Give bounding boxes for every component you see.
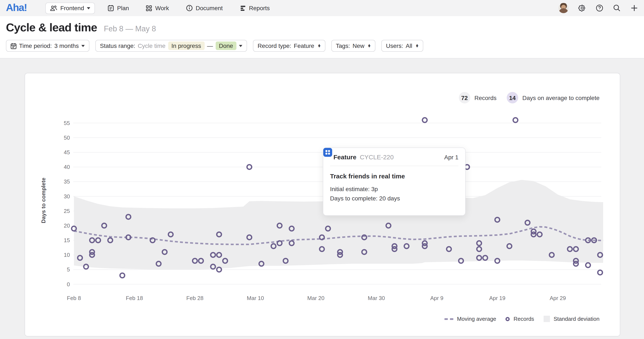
aha-logo[interactable]: Aha! [6,2,27,14]
average-count-label: Days on average to complete [522,94,600,101]
filter-sublabel: Cycle time [138,42,166,49]
y-tick-label: 20 [64,222,70,229]
record-circle-icon [506,317,510,321]
filter-bar: Time period: 3 months Status range: Cycl… [0,34,644,58]
filter-value: Feature [294,42,314,49]
nav-item-reports[interactable]: Reports [240,5,270,12]
record-point[interactable] [120,273,124,278]
y-tick-label: 40 [64,164,70,170]
x-tick-label: Feb 18 [126,295,143,301]
workspace-selector[interactable]: Frontend [46,2,95,14]
chart-legend: Moving average Records Standard deviatio… [444,316,600,322]
record-point[interactable] [422,118,427,122]
y-tick-label: 15 [64,237,70,244]
nav-item-label: Plan [117,5,129,12]
dashed-line-icon [444,318,453,320]
aha-app-window: Aha! Frontend Plan [0,0,644,339]
y-tick-label: 5 [67,266,70,273]
report-content-area: 0510152025303540455055Feb 8Feb 18Feb 28M… [0,58,644,339]
filter-value: All [406,42,412,49]
x-tick-label: Feb 8 [67,295,81,301]
records-summary: 72 Records [459,92,496,104]
gear-icon[interactable] [578,4,586,12]
filter-label: Time period: [19,42,52,49]
y-tick-label: 35 [64,178,70,185]
calendar-icon [108,5,114,12]
page-header: Cycle & lead time Feb 8 — May 8 [0,16,644,34]
x-tick-label: Feb 28 [186,295,204,301]
y-tick-label: 45 [64,149,70,156]
x-tick-label: Mar 20 [308,295,324,301]
people-icon [50,5,58,11]
record-point[interactable] [598,270,602,275]
legend-records: Records [506,316,534,322]
filter-label: Record type: [258,42,291,49]
page-title: Cycle & lead time [6,21,97,34]
users-filter[interactable]: Users: All ▲▼ [381,40,423,52]
tags-filter[interactable]: Tags: New ▲▼ [331,40,376,52]
top-nav: Aha! Frontend Plan [0,0,644,16]
report-bars-icon [240,5,246,11]
chart-card: 0510152025303540455055Feb 8Feb 18Feb 28M… [24,73,620,336]
filter-label: Users: [386,42,403,49]
tooltip-record-type: Feature [334,154,356,160]
status-badge-done: Done [216,42,236,50]
status-badge-in-progress: In progress [168,42,204,50]
y-tick-label: 0 [67,281,70,288]
search-icon[interactable] [613,4,621,12]
chevron-down-icon [239,45,242,47]
legend-moving-average: Moving average [444,316,496,322]
x-tick-label: Apr 9 [430,295,444,301]
filter-label: Tags: [336,42,350,49]
tooltip-date: Apr 1 [444,154,458,160]
x-tick-label: Mar 30 [368,295,385,301]
workspace-label: Frontend [60,5,84,12]
records-count-label: Records [474,94,496,101]
average-count-badge: 14 [507,92,518,104]
summary-badges: 72 Records 14 Days on average to complet… [459,92,600,104]
tooltip-record-id[interactable]: CYCLE-220 [360,154,394,160]
y-tick-label: 55 [64,120,70,126]
plus-icon[interactable] [630,4,638,12]
select-arrows-icon: ▲▼ [416,44,418,48]
info-circle-icon [186,5,193,12]
record-point[interactable] [513,118,518,122]
records-count-badge: 72 [459,92,470,104]
grid-icon [146,5,152,11]
x-tick-label: Apr 19 [489,295,506,301]
x-tick-label: Apr 29 [550,295,566,301]
y-tick-label: 25 [64,208,70,214]
filter-label: Status range: [100,42,135,49]
record-point[interactable] [586,263,590,268]
filter-value: New [352,42,364,49]
record-type-filter[interactable]: Record type: Feature ▲▼ [253,40,325,52]
select-arrows-icon: ▲▼ [368,44,371,48]
nav-item-label: Document [196,5,223,12]
tooltip-record-title[interactable]: Track friends in real time [330,172,458,180]
nav-item-plan[interactable]: Plan [108,5,129,12]
time-period-filter[interactable]: Time period: 3 months [6,40,90,52]
chevron-down-icon [87,7,90,9]
tooltip-estimate: Initial estimate: 3p [330,184,458,194]
nav-right-actions [558,3,638,13]
avatar[interactable] [558,3,568,13]
y-axis-title: Days to complete [40,178,46,223]
nav-item-label: Work [155,5,169,12]
calendar-icon [10,42,16,49]
y-tick-label: 10 [64,252,70,258]
filter-value: 3 months [54,42,79,49]
select-arrows-icon: ▲▼ [318,44,320,48]
help-icon[interactable] [596,4,603,12]
tooltip-days: Days to complete: 20 days [330,194,458,203]
band-swatch-icon [544,316,550,322]
nav-item-work[interactable]: Work [146,5,169,12]
average-summary: 14 Days on average to complete [507,92,600,104]
primary-nav: Plan Work Document [108,5,270,12]
chevron-down-icon [81,45,85,47]
status-range-filter[interactable]: Status range: Cycle time In progress — D… [95,40,247,52]
nav-item-label: Reports [249,5,270,12]
y-tick-label: 50 [64,134,70,141]
nav-item-document[interactable]: Document [186,5,223,12]
y-tick-label: 30 [64,193,70,200]
legend-standard-deviation: Standard deviation [544,316,600,322]
